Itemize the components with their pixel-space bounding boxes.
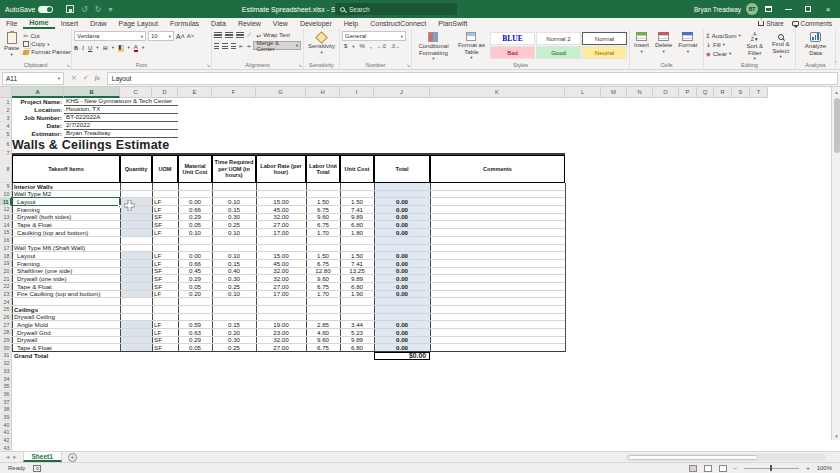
row-header-28[interactable]: 28 [0, 329, 12, 337]
user-name[interactable]: Bryan Treadway [694, 0, 741, 18]
column-header-E[interactable]: E [178, 87, 212, 98]
delete-cells-button[interactable]: Delete▾ [653, 31, 674, 56]
zoom-level[interactable]: 100% [817, 465, 832, 471]
zoom-out-icon[interactable]: − [734, 465, 738, 471]
scroll-up-icon[interactable]: ▴ [832, 87, 840, 96]
clear-button[interactable]: ◆Clear▾ [706, 50, 741, 57]
row-header-5[interactable]: 5 [0, 130, 12, 138]
format-painter-button[interactable]: Format Painter [23, 49, 71, 55]
insert-function-icon[interactable]: fx [95, 74, 100, 82]
row-header-26[interactable]: 26 [0, 314, 12, 322]
column-header-A[interactable]: A [12, 87, 64, 98]
row-header-29[interactable]: 29 [0, 337, 12, 345]
row-header-10[interactable]: 10 [0, 191, 12, 199]
sheet-tab-sheet1[interactable]: Sheet1 [23, 452, 62, 462]
row-header-33[interactable]: 33 [0, 368, 12, 376]
column-header-T[interactable]: T [750, 87, 768, 98]
number-format-select[interactable]: General▾ [342, 31, 406, 41]
info-value-3[interactable]: BT-022022A [64, 114, 178, 122]
increase-indent-icon[interactable]: ⇥ [246, 43, 250, 49]
row-header-24[interactable]: 24 [0, 298, 12, 306]
zoom-slider-thumb[interactable] [770, 465, 772, 471]
underline-icon[interactable]: U [88, 45, 92, 51]
formula-input[interactable]: Layout [107, 72, 838, 85]
column-header-I[interactable]: I [340, 87, 374, 98]
row-header-38[interactable]: 38 [0, 406, 12, 414]
column-header-L[interactable]: L [565, 87, 601, 98]
row-header-25[interactable]: 25 [0, 306, 12, 314]
row-header-16[interactable]: 16 [0, 237, 12, 245]
row-header-11[interactable]: 11 [0, 198, 12, 206]
row-header-17[interactable]: 17 [0, 245, 12, 253]
analyze-data-button[interactable]: Analyze Data [798, 31, 833, 57]
undo-icon[interactable]: ↺ [81, 5, 88, 14]
cell-style-neutral[interactable]: Neutral [582, 46, 627, 59]
row-header-42[interactable]: 42 [0, 437, 12, 445]
column-header-C[interactable]: C [120, 87, 152, 98]
info-value-4[interactable]: 2/7/2022 [64, 122, 178, 130]
row-header-35[interactable]: 35 [0, 383, 12, 391]
ribbon-tab-data[interactable]: Data [205, 18, 232, 29]
number-dialog-launcher-icon[interactable]: ↘ [406, 63, 410, 68]
ribbon-tab-insert[interactable]: Insert [55, 18, 85, 29]
column-header-N[interactable]: N [627, 87, 653, 98]
align-middle-icon[interactable] [225, 32, 233, 38]
font-dialog-launcher-icon[interactable]: ↘ [206, 63, 210, 68]
sensitivity-button[interactable]: Sensitivity▾ [306, 31, 337, 57]
align-right-icon[interactable] [231, 43, 236, 49]
column-header-J[interactable]: J [374, 87, 430, 98]
format-as-table-button[interactable]: Format as Table▾ [455, 31, 488, 62]
align-left-icon[interactable] [214, 43, 219, 49]
comments-button[interactable]: Comments [792, 20, 832, 27]
row-header-43[interactable]: 43 [0, 444, 12, 451]
wrap-text-button[interactable]: ↩Wrap Text [256, 32, 290, 39]
accessibility-icon[interactable] [33, 465, 41, 472]
maximize-icon[interactable] [798, 0, 818, 18]
search-box[interactable]: Search [335, 3, 457, 15]
page-layout-view-icon[interactable] [704, 465, 712, 472]
autosave-toggle-pill[interactable] [38, 6, 53, 13]
borders-icon[interactable]: ⊞ [103, 44, 108, 51]
close-icon[interactable]: × [818, 0, 838, 18]
paste-button[interactable]: Paste▾ [2, 31, 21, 59]
minimize-icon[interactable] [778, 0, 798, 18]
row-header-22[interactable]: 22 [0, 283, 12, 291]
font-size-select[interactable]: 10▾ [148, 31, 174, 41]
ribbon-tab-draw[interactable]: Draw [84, 18, 112, 29]
increase-decimal-icon[interactable]: ←.0 [377, 43, 386, 49]
row-header-37[interactable]: 37 [0, 398, 12, 406]
cell-style-bad[interactable]: Bad [490, 46, 535, 59]
row-header-20[interactable]: 20 [0, 268, 12, 276]
column-header-D[interactable]: D [152, 87, 178, 98]
autosave-toggle[interactable]: AutoSave [5, 0, 53, 18]
horizontal-scroll-thumb[interactable] [628, 455, 758, 460]
column-header-K[interactable]: K [430, 87, 565, 98]
ribbon-tab-help[interactable]: Help [338, 18, 364, 29]
ribbon-tab-constructconnect[interactable]: ConstructConnect [364, 18, 432, 29]
decrease-decimal-icon[interactable]: .0→ [391, 43, 400, 49]
align-top-icon[interactable] [214, 32, 222, 38]
fill-color-icon[interactable]: ◧ [118, 43, 124, 52]
column-header-G[interactable]: G [256, 87, 306, 98]
info-value-5[interactable]: Bryan Treadway [64, 130, 178, 138]
row-header-41[interactable]: 41 [0, 429, 12, 437]
row-header-9[interactable]: 9 [0, 183, 12, 191]
save-icon[interactable] [66, 5, 74, 13]
copy-button[interactable]: Copy▾ [23, 41, 71, 47]
row-header-15[interactable]: 15 [0, 229, 12, 237]
bold-icon[interactable]: B [74, 45, 78, 51]
name-box[interactable]: A11▾ [2, 72, 64, 85]
vertical-scrollbar[interactable]: ▴ ▾ [831, 87, 840, 440]
row-header-1[interactable]: 1 [0, 98, 12, 106]
row-header-36[interactable]: 36 [0, 391, 12, 399]
row-header-34[interactable]: 34 [0, 375, 12, 383]
share-button[interactable]: Share [758, 20, 783, 27]
customize-qat-icon[interactable]: ▾ [108, 5, 112, 14]
column-header-O[interactable]: O [653, 87, 679, 98]
percent-style-icon[interactable]: % [360, 43, 365, 49]
column-header-M[interactable]: M [601, 87, 627, 98]
row-header-19[interactable]: 19 [0, 260, 12, 268]
zoom-in-icon[interactable]: + [806, 465, 810, 471]
ribbon-tab-review[interactable]: Review [232, 18, 267, 29]
ribbon-tab-home[interactable]: Home [23, 18, 54, 29]
